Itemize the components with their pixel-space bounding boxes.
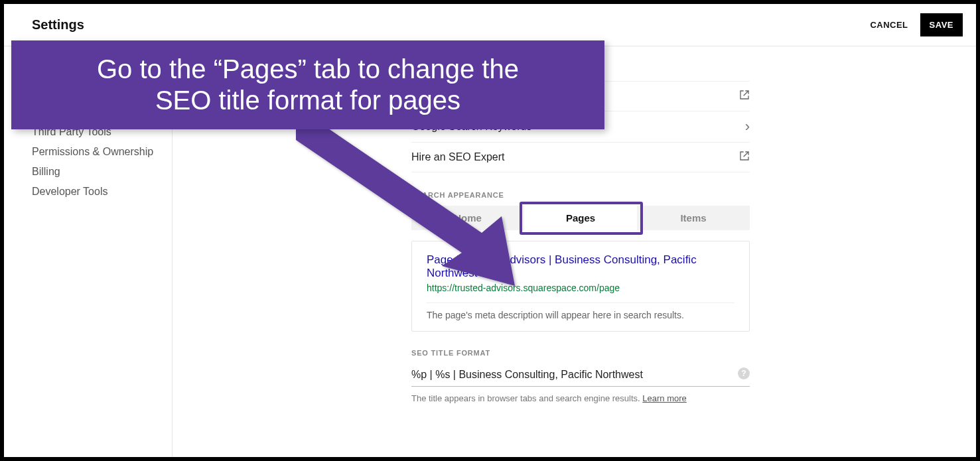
seo-title-help-text: The title appears in browser tabs and se… <box>411 393 750 403</box>
seo-title-format-section: SEO TITLE FORMAT %p | %s | Business Cons… <box>411 349 750 403</box>
tab-pages[interactable]: Pages <box>524 206 637 230</box>
chevron-right-icon <box>745 119 750 134</box>
external-link-icon <box>739 90 750 103</box>
page-title: Settings <box>32 17 84 33</box>
preview-title: Page | Trusted Advisors | Business Consu… <box>427 253 735 280</box>
help-icon[interactable]: ? <box>738 367 750 379</box>
search-appearance-tabs: Home Pages Items <box>411 206 750 230</box>
seo-title-format-heading: SEO TITLE FORMAT <box>411 349 750 357</box>
seo-title-input-wrap: %p | %s | Business Consulting, Pacific N… <box>411 363 750 387</box>
quick-link-label: Hire an SEO Expert <box>411 151 505 163</box>
cancel-button[interactable]: CANCEL <box>870 20 908 30</box>
annotation-line1: Go to the “Pages” tab to change the <box>31 54 585 85</box>
external-link-icon <box>739 151 750 164</box>
divider <box>427 302 735 303</box>
tab-home[interactable]: Home <box>411 206 524 230</box>
quick-link-hire-seo-expert[interactable]: Hire an SEO Expert <box>411 143 750 172</box>
annotation-callout: Go to the “Pages” tab to change the SEO … <box>11 40 604 129</box>
app-window: Settings CANCEL SAVE Selling Brand Marke… <box>4 4 976 457</box>
annotation-line2: SEO title format for pages <box>31 85 585 116</box>
preview-url: https://trusted-advisors.squarespace.com… <box>427 283 735 293</box>
help-text-span: The title appears in browser tabs and se… <box>411 393 642 403</box>
search-appearance-heading: SEARCH APPEARANCE <box>411 191 750 199</box>
sidebar-item-developer-tools[interactable]: Developer Tools <box>32 182 172 202</box>
sidebar-item-permissions[interactable]: Permissions & Ownership <box>32 142 172 162</box>
search-preview-card: Page | Trusted Advisors | Business Consu… <box>411 241 750 332</box>
tab-items[interactable]: Items <box>637 206 750 230</box>
search-appearance-section: SEARCH APPEARANCE Home Pages Items Page … <box>411 191 750 332</box>
save-button[interactable]: SAVE <box>920 13 963 36</box>
learn-more-link[interactable]: Learn more <box>642 393 686 403</box>
sidebar-item-billing[interactable]: Billing <box>32 162 172 182</box>
topbar-actions: CANCEL SAVE <box>870 13 963 36</box>
preview-meta-description: The page's meta description will appear … <box>427 310 735 320</box>
seo-title-input[interactable]: %p | %s | Business Consulting, Pacific N… <box>411 369 731 381</box>
